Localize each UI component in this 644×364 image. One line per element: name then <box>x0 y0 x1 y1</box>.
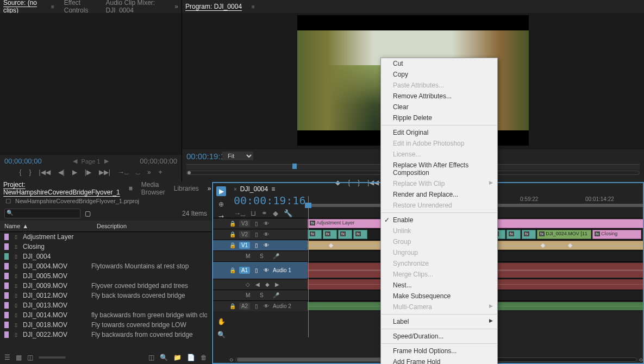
lock-icon[interactable]: 🔒 <box>229 303 236 309</box>
zoom-in-icon[interactable]: ○ <box>639 356 643 363</box>
overwrite-icon[interactable]: ⎵ <box>136 168 140 176</box>
project-row[interactable]: ▯ DJI_0004 <box>0 252 211 261</box>
step-back-icon[interactable]: ◀| <box>58 168 65 176</box>
menu-add-frame-hold[interactable]: Add Frame Hold <box>381 356 497 364</box>
tool-1[interactable]: ⊕ <box>216 199 226 209</box>
close-seq-icon[interactable]: × <box>234 186 237 192</box>
track-label[interactable]: A1 <box>239 267 250 274</box>
menu-copy[interactable]: Copy <box>381 69 497 80</box>
timeline-clip[interactable]: fx <box>308 230 322 239</box>
timeline-clip[interactable]: fx <box>323 230 337 239</box>
tab-menu-icon[interactable]: ≡ <box>51 4 54 10</box>
button-editor-icon[interactable]: + <box>159 168 162 176</box>
menu-speed-duration[interactable]: Speed/Duration... <box>381 331 497 342</box>
track-toggle-icon[interactable]: ▯ <box>253 267 260 273</box>
tab-source[interactable]: Source: (no clips) <box>3 0 41 14</box>
track-toggle-icon[interactable]: ▯ <box>253 242 260 248</box>
play-icon[interactable]: ▶ <box>72 168 77 176</box>
playhead-line[interactable] <box>308 196 309 337</box>
menu-ripple-delete[interactable]: Ripple Delete <box>381 112 497 123</box>
overflow-icon[interactable]: » <box>174 3 178 10</box>
menu-nest[interactable]: Nest... <box>381 280 497 291</box>
project-search-input[interactable] <box>4 209 80 218</box>
menu-edit-original[interactable]: Edit Original <box>381 127 497 138</box>
auto-seq-icon[interactable]: ◫ <box>148 354 154 361</box>
find-icon[interactable]: 🔍 <box>160 354 168 361</box>
tab-audio-mixer[interactable]: Audio Clip Mixer: DJI_0004 <box>105 0 165 14</box>
col-desc-header[interactable]: Description <box>97 223 207 229</box>
track-label[interactable]: V3 <box>239 220 250 227</box>
mute-button[interactable]: M <box>246 292 250 298</box>
timeline-clip[interactable]: fx <box>338 230 352 239</box>
mark-out-icon[interactable]: } <box>29 168 31 176</box>
project-row[interactable]: ▯ DJI_0004.MOV Flytowards Mountains at r… <box>0 261 211 271</box>
voice-icon[interactable]: 🎤 <box>273 292 279 298</box>
goto-in-icon[interactable]: |◀◀ <box>39 168 50 176</box>
sequence-tab[interactable]: DJI_0004 <box>240 185 268 193</box>
track-header-A1-ctrl[interactable]: M S 🎤 <box>213 251 308 261</box>
thumbnail-zoom-slider[interactable] <box>39 356 66 359</box>
freeform-view-icon[interactable]: ◫ <box>27 354 33 361</box>
tab-program[interactable]: Program: DJI_0004 <box>185 3 242 10</box>
track-label[interactable]: V2 <box>239 231 250 238</box>
project-row[interactable]: ▯ DJI_0013.MOV <box>0 300 211 310</box>
zoom-select[interactable]: Fit <box>222 152 253 160</box>
project-row[interactable]: ▯ DJI_0005.MOV <box>0 271 211 281</box>
track-eye-icon[interactable]: 👁 <box>263 221 270 227</box>
tab-effect-controls[interactable]: Effect Controls <box>64 0 96 14</box>
track-header-V1[interactable]: 🔒 V1 ▯ 👁 <box>213 240 308 250</box>
seq-menu-icon[interactable]: ≡ <box>271 185 275 193</box>
track-eye-icon[interactable]: 👁 <box>263 303 270 309</box>
mute-button[interactable]: M <box>246 253 250 259</box>
pager-next-icon[interactable]: ▶ <box>104 158 109 165</box>
source-tc-right[interactable]: 00;00;00;00 <box>140 157 177 165</box>
trash-icon[interactable]: 🗑 <box>201 354 207 361</box>
source-tc-left[interactable]: 00;00;00;00 <box>4 157 42 165</box>
lock-icon[interactable]: 🔒 <box>229 267 236 273</box>
playhead-head[interactable] <box>305 203 311 208</box>
program-playhead[interactable] <box>292 164 297 169</box>
voice-icon[interactable]: 🎤 <box>273 253 279 259</box>
tool-0[interactable]: ▶ <box>216 186 226 196</box>
kf-diamond-icon[interactable]: ◆ <box>265 281 270 287</box>
lock-icon[interactable]: 🔒 <box>229 231 236 237</box>
tab-project[interactable]: Project: NewHampshireCoveredBridgeFlyove… <box>3 181 120 196</box>
project-row[interactable]: ▯ Closing <box>0 242 211 252</box>
zoom-out-icon[interactable]: ○ <box>229 356 233 363</box>
timeline-clip[interactable]: fxClosing <box>592 230 641 239</box>
track-toggle-icon[interactable]: ▯ <box>253 221 260 227</box>
track-toggle-icon[interactable]: ▯ <box>253 303 260 309</box>
timeline-clip[interactable]: fx <box>522 230 536 239</box>
list-view-icon[interactable]: ☰ <box>4 354 10 361</box>
pager-prev-icon[interactable]: ◀ <box>73 158 77 165</box>
filter-bin-icon[interactable]: ▢ <box>85 210 91 217</box>
sort-icon[interactable]: ▲ <box>22 223 28 229</box>
menu-make-subsequence[interactable]: Make Subsequence <box>381 291 497 302</box>
program-menu-icon[interactable]: ≡ <box>252 4 255 10</box>
keyframe-nav[interactable]: ◇ ◀ ◆ ▶ <box>213 279 308 290</box>
project-list[interactable]: ▯ Adjustment Layer ▯ Closing ▯ DJI_0004 … <box>0 232 211 351</box>
lock-icon[interactable]: 🔒 <box>229 242 236 248</box>
track-eye-icon[interactable]: 👁 <box>263 267 270 273</box>
track-header-A2[interactable]: 🔒 A2 ▯ 👁 Audio 2 <box>213 301 308 311</box>
timeline-clip[interactable]: fx <box>507 230 521 239</box>
track-toggle-icon[interactable]: ▯ <box>253 231 260 237</box>
timeline-clip[interactable]: fxDJI_0024.MOV [11 <box>537 230 591 239</box>
icon-view-icon[interactable]: ▦ <box>16 354 22 361</box>
track-eye-icon[interactable]: 👁 <box>263 231 270 237</box>
new-item-icon[interactable]: 📄 <box>187 354 195 361</box>
track-eye-icon[interactable]: 👁 <box>263 242 270 248</box>
track-label[interactable]: V1 <box>239 242 250 249</box>
track-header-V2[interactable]: 🔒 V2 ▯ 👁 <box>213 229 308 240</box>
mark-in-icon[interactable]: { <box>19 168 21 176</box>
export-frame-icon[interactable]: » <box>147 168 151 176</box>
kf-next-icon[interactable]: ▶ <box>275 281 279 287</box>
solo-button[interactable]: S <box>260 292 264 298</box>
track-header-A2-ctrl[interactable]: M S 🎤 <box>213 290 308 300</box>
project-row[interactable]: ▯ Adjustment Layer <box>0 232 211 242</box>
goto-out-icon[interactable]: ▶▶| <box>99 168 110 176</box>
new-bin-icon[interactable]: 📁 <box>173 354 182 361</box>
col-name-header[interactable]: Name <box>4 223 20 229</box>
menu-render-and-replace[interactable]: Render and Replace... <box>381 189 497 200</box>
lock-icon[interactable]: 🔒 <box>229 221 236 227</box>
